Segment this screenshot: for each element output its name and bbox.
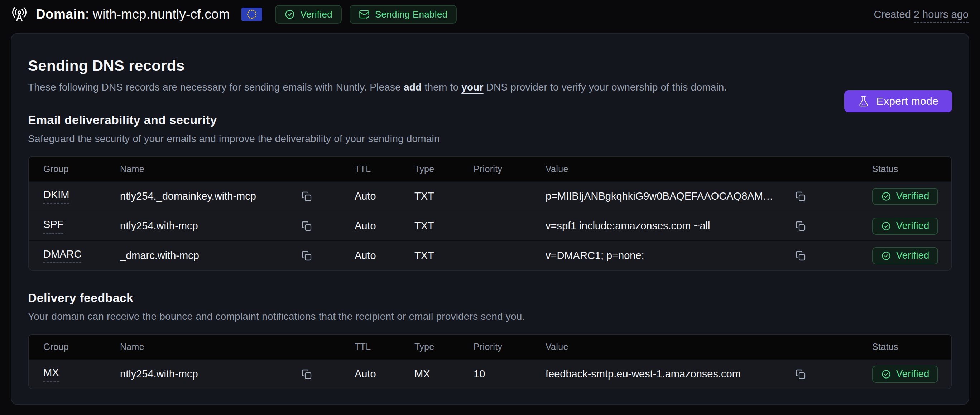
domain-header: Domain: with-mcp.nuntly-cf.com [11,6,230,22]
record-type: TXT [414,190,474,202]
delivery-feedback-table: Group Name TTL Type Priority Value Statu… [28,334,952,389]
column-header-name: Name [120,164,355,174]
copy-value-button[interactable] [795,220,806,232]
record-type: MX [414,368,474,380]
status-label: Verified [896,220,929,231]
record-value: feedback-smtp.eu-west-1.amazonses.com [546,368,741,380]
title-separator: : [85,7,93,21]
section-heading-deliverability: Email deliverability and security [28,113,952,127]
copy-name-button[interactable] [301,220,312,232]
record-ttl: Auto [355,368,414,380]
column-header-status: Status [852,342,951,352]
column-header-type: Type [414,342,474,352]
column-header-value: Value [546,342,852,352]
table-header-row: Group Name TTL Type Priority Value Statu… [29,157,951,181]
table-row-mx: MX ntly254.with-mcp Auto MX 10 feedback-… [29,359,951,388]
column-header-type: Type [414,164,474,174]
created-prefix: Created [874,9,914,20]
created-time[interactable]: 2 hours ago [914,9,969,23]
record-type: TXT [414,250,474,261]
page-title: Domain: with-mcp.nuntly-cf.com [36,7,230,22]
header-status-badges: Verified Sending Enabled [275,5,457,24]
created-timestamp: Created 2 hours ago [874,9,969,21]
status-label: Verified [896,369,929,380]
record-type: TXT [414,220,474,232]
column-header-group: Group [29,342,120,352]
sending-enabled-badge: Sending Enabled [350,5,457,24]
column-header-group: Group [29,164,120,174]
expert-mode-button[interactable]: Expert mode [844,90,952,112]
record-name: ntly254.with-mcp [120,220,198,232]
column-header-ttl: TTL [355,164,414,174]
column-header-status: Status [852,164,951,174]
section-subheading-deliverability: Safeguard the security of your emails an… [28,133,952,144]
circle-check-icon [881,192,891,201]
record-value: p=MIIBIjANBgkqhkiG9w0BAQEFAAOCAQ8AM… [546,190,773,202]
description-emphasis-add: add [404,82,422,93]
sending-enabled-badge-label: Sending Enabled [375,9,448,20]
status-badge: Verified [872,247,938,265]
status-badge: Verified [872,217,938,235]
column-header-name: Name [120,342,355,352]
column-header-value: Value [546,164,852,174]
table-row-dkim: DKIM ntly254._domainkey.with-mcp Auto TX… [29,181,951,211]
circle-check-icon [881,221,891,231]
circle-check-icon [285,9,295,20]
verified-badge-label: Verified [301,9,332,20]
section-subheading-delivery-feedback: Your domain can receive the bounce and c… [28,311,952,322]
column-header-priority: Priority [474,164,546,174]
record-name: _dmarc.with-mcp [120,250,199,261]
card-title: Sending DNS records [28,57,952,74]
column-header-ttl: TTL [355,342,414,352]
table-row-spf: SPF ntly254.with-mcp Auto TXT v=spf1 inc… [29,211,951,241]
record-value: v=DMARC1; p=none; [546,250,644,261]
description-emphasis-your: your [461,82,483,93]
status-label: Verified [896,250,929,261]
status-label: Verified [896,191,929,202]
circle-check-icon [881,251,891,261]
copy-value-button[interactable] [795,369,806,380]
copy-value-button[interactable] [795,250,806,261]
table-row-dmarc: DMARC _dmarc.with-mcp Auto TXT v=DMARC1;… [29,241,951,270]
description-text: These following DNS records are necessar… [28,82,404,93]
copy-name-button[interactable] [301,191,312,202]
section-heading-delivery-feedback: Delivery feedback [28,291,952,305]
copy-name-button[interactable] [301,250,312,261]
verified-badge: Verified [275,5,342,24]
record-name: ntly254._domainkey.with-mcp [120,190,256,202]
column-header-priority: Priority [474,342,546,352]
group-label-spf[interactable]: SPF [43,219,64,234]
expert-mode-label: Expert mode [877,95,939,107]
flask-icon [858,95,869,107]
status-badge: Verified [872,188,938,205]
record-value: v=spf1 include:amazonses.com ~all [546,220,710,232]
record-name: ntly254.with-mcp [120,368,198,380]
top-bar: Domain: with-mcp.nuntly-cf.com Verified [0,0,980,29]
eu-flag [242,8,262,21]
circle-check-icon [881,369,891,379]
group-label-dmarc[interactable]: DMARC [43,248,81,263]
envelope-check-icon [359,9,370,20]
deliverability-table: Group Name TTL Type Priority Value Statu… [28,156,952,271]
page-title-label: Domain [36,7,85,21]
copy-name-button[interactable] [301,369,312,380]
table-header-row: Group Name TTL Type Priority Value Statu… [29,334,951,359]
record-priority: 10 [474,368,546,380]
copy-value-button[interactable] [795,191,806,202]
domain-name: with-mcp.nuntly-cf.com [93,7,230,21]
group-label-dkim[interactable]: DKIM [43,189,70,204]
record-ttl: Auto [355,220,414,232]
description-text: DNS provider to verify your ownership of… [484,82,727,93]
record-ttl: Auto [355,250,414,261]
record-ttl: Auto [355,190,414,202]
sending-dns-records-card: Sending DNS records These following DNS … [11,33,969,405]
card-description: These following DNS records are necessar… [28,82,952,93]
description-text: them to [422,82,461,93]
radio-tower-icon [11,6,27,22]
status-badge: Verified [872,366,938,383]
group-label-mx[interactable]: MX [43,367,59,382]
